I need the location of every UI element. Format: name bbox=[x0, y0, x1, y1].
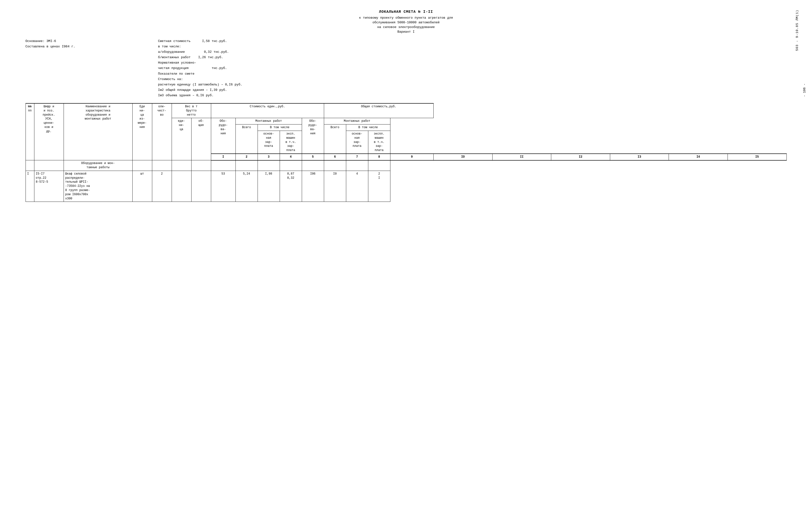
section-tmm-cell bbox=[368, 160, 390, 171]
th-mount-head: Монтажных работ bbox=[236, 118, 302, 124]
subtitle-3: на силовое электрооборудование bbox=[25, 25, 787, 29]
side-text: 503 - 9-10.85 ЛМ(1) bbox=[795, 10, 799, 51]
section-tmb-cell bbox=[346, 160, 368, 171]
mount-label: б/монтажных работ bbox=[158, 56, 191, 59]
section-wt-cell bbox=[191, 160, 211, 171]
subtitle-1: к типовому проекту обменного пункта агре… bbox=[25, 16, 787, 20]
th-total-base-wage: основ-наязар-плата bbox=[346, 131, 368, 154]
norm-line2: чистая продукция тнс.руб. bbox=[158, 65, 787, 71]
row-unit: шт bbox=[133, 170, 152, 202]
th-total-mount-head: Монтажных работ bbox=[324, 118, 390, 124]
variant-label: Вариант I bbox=[25, 30, 787, 34]
cn-13: I3 bbox=[610, 154, 669, 160]
side-num: - 106 - bbox=[803, 83, 806, 97]
info-left: Основание: ЭМI-6 Составлена в ценах I984… bbox=[25, 39, 153, 98]
cost-label: Сметная стоимость bbox=[158, 39, 191, 43]
th-total-mount-including: В том числе bbox=[346, 124, 390, 131]
cn-8: 8 bbox=[368, 154, 390, 160]
per-unit: расчетную единицу (I автомобиль) – 0,I6 … bbox=[158, 82, 787, 87]
cn-12: I2 bbox=[551, 154, 610, 160]
cn-2: 2 bbox=[236, 154, 258, 160]
th-mount-including: В том числе bbox=[258, 124, 302, 131]
row-name: Шкаф силовойраспредели-тельный ШРII--735… bbox=[64, 170, 133, 202]
cn-7: 7 bbox=[346, 154, 368, 160]
row-total-mount-total: I0 bbox=[324, 170, 346, 202]
section-tmt-cell bbox=[324, 160, 346, 171]
norm-line1: Нормативная условно- bbox=[158, 60, 787, 65]
th-unit: Едини-цаиз-мере-ния bbox=[133, 103, 152, 160]
year-info: Составлена в ценах I984 г. bbox=[25, 44, 153, 49]
th-base-wage: основ-наязар-плата bbox=[258, 131, 280, 154]
cn-14: I4 bbox=[669, 154, 728, 160]
th-total-equip: Обо-рудо-ва-ния bbox=[302, 118, 324, 154]
header-row-1: №№пп Шифр ии поз.прейск.УСН,ценни-ков ид… bbox=[25, 103, 787, 118]
section-cmm-cell bbox=[280, 160, 302, 171]
mount-line: б/монтажных работ I,26 тнс.руб. bbox=[158, 55, 787, 60]
cn-6: 6 bbox=[324, 154, 346, 160]
th-w-unit: еди-ни-ца bbox=[171, 118, 191, 160]
indicators-label: Показатели по смете bbox=[158, 71, 787, 77]
section-te-cell bbox=[302, 160, 324, 171]
row-cost-equip: 53 bbox=[211, 170, 236, 202]
cn-10: IO bbox=[434, 154, 492, 160]
norm-value: тнс.руб. bbox=[212, 66, 227, 70]
page-container: 503 - 9-10.85 ЛМ(1) - 106 - ЛОКАЛЬНАЯ СМ… bbox=[25, 10, 787, 202]
info-section: Основание: ЭМI-6 Составлена в ценах I984… bbox=[25, 39, 787, 98]
row-wt bbox=[191, 170, 211, 202]
cn-9: 9 bbox=[390, 154, 434, 160]
th-total-mount-total: Всего bbox=[324, 124, 346, 154]
section-ce-cell bbox=[211, 160, 236, 171]
section-title-cell: Оборудование и мон-тажные работы bbox=[64, 160, 133, 171]
section-wu-cell bbox=[171, 160, 191, 171]
cn-1: I bbox=[211, 154, 236, 160]
equip-value: 0,32 тнс.руб. bbox=[204, 50, 229, 54]
row-cost-mount-total: 5,24 bbox=[236, 170, 258, 202]
table-row: I I5-I7отр.228-572-5 Шкаф силовойраспред… bbox=[25, 170, 787, 202]
th-mach-wage: эксп.машинв т.ч.зар-плата bbox=[280, 131, 302, 154]
row-total-mount-base: 4 bbox=[346, 170, 368, 202]
row-cost-mount-mach: 0,870,32 bbox=[280, 170, 302, 202]
th-name: Наименование ихарактеристикаоборудования… bbox=[64, 103, 133, 160]
row-total-equip: I06 bbox=[302, 170, 324, 202]
including-label: в том числе: bbox=[158, 44, 787, 49]
th-cost-total: Общая стоимость,руб. bbox=[324, 103, 434, 118]
th-num: №№пп bbox=[25, 103, 34, 160]
osnование: Основание: ЭМI-6 bbox=[25, 39, 153, 44]
th-code: Шифр ии поз.прейск.УСН,ценни-ков идр. bbox=[34, 103, 64, 160]
th-weight: Вес в тбруттонетто bbox=[171, 103, 211, 118]
subtitle-2: обслуживания 5000-10000 автомобилей bbox=[25, 21, 787, 24]
th-cost-unit: Стоимость един.,руб. bbox=[211, 103, 324, 118]
section-title-row: Оборудование и мон-тажные работы bbox=[25, 160, 787, 171]
row-wu bbox=[171, 170, 191, 202]
th-cost-equip: Обо-рудо-ва-ния bbox=[211, 118, 236, 154]
row-code: I5-I7отр.228-572-5 bbox=[34, 170, 64, 202]
cost-per-label: Стоимость на: bbox=[158, 77, 787, 82]
row-qty: 2 bbox=[152, 170, 171, 202]
per-m3: Iм3 объема здания – 0,I6 руб. bbox=[158, 93, 787, 98]
equip-label: а/оборудование bbox=[158, 50, 185, 54]
section-code-cell bbox=[34, 160, 64, 171]
th-w-total: об-щая bbox=[191, 118, 211, 160]
section-qty-cell bbox=[152, 160, 171, 171]
cost-value: I,58 тнс.руб. bbox=[202, 39, 227, 43]
cn-4: 4 bbox=[280, 154, 302, 160]
main-table: №№пп Шифр ии поз.прейск.УСН,ценни-ков ид… bbox=[25, 103, 787, 202]
section-cmb-cell bbox=[258, 160, 280, 171]
page-header: ЛОКАЛЬНАЯ СМЕТА № I-II к типовому проект… bbox=[25, 10, 787, 34]
norm-label2: чистая продукция bbox=[158, 66, 189, 70]
cn-3: 3 bbox=[258, 154, 280, 160]
row-num: I bbox=[25, 170, 34, 202]
section-cmt-cell bbox=[236, 160, 258, 171]
row-total-mount-mach: 2I bbox=[368, 170, 390, 202]
section-num-cell bbox=[25, 160, 34, 171]
equip-line: а/оборудование 0,32 тнс.руб. bbox=[158, 49, 787, 55]
th-mount-total: Всего bbox=[236, 124, 258, 154]
th-total-mach-wage: экспл.машинв т.ч.зар-плата bbox=[368, 131, 390, 154]
cost-line: Сметная стоимость I,58 тнс.руб. bbox=[158, 39, 787, 44]
cn-11: II bbox=[492, 154, 551, 160]
mount-value: I,26 тнс.руб. bbox=[198, 56, 223, 59]
section-unit-cell bbox=[133, 160, 152, 171]
info-right: Сметная стоимость I,58 тнс.руб. в том чи… bbox=[153, 39, 787, 98]
per-m2: Iм2 общей площади здания – I,39 руб. bbox=[158, 87, 787, 93]
cn-5: 5 bbox=[302, 154, 324, 160]
